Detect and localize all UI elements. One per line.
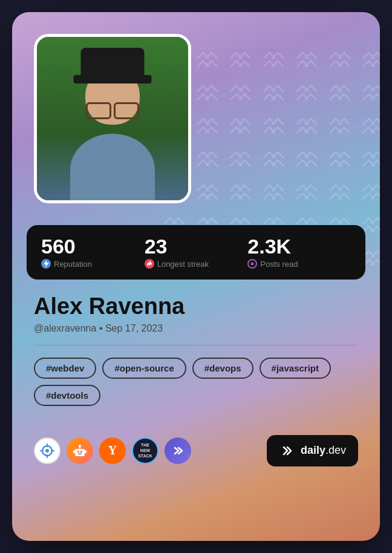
source-icons: Y THENEWSTACK (34, 437, 191, 464)
streak-value: 23 (145, 236, 248, 257)
tag-open-source[interactable]: #open-source (102, 358, 186, 379)
tag-webdev[interactable]: #webdev (34, 358, 96, 379)
source-robot[interactable] (67, 437, 93, 464)
svg-rect-11 (78, 453, 82, 454)
source-crosshair[interactable] (34, 437, 60, 464)
avatar (37, 37, 188, 200)
daily-brand: daily (301, 444, 325, 456)
daily-dev-badge: daily.dev (267, 435, 358, 466)
profile-name: Alex Ravenna (34, 294, 358, 319)
svg-point-13 (79, 445, 81, 447)
reputation-label: Reputation (54, 260, 92, 269)
svg-rect-9 (77, 451, 79, 453)
reputation-icon (41, 259, 51, 269)
svg-point-3 (45, 449, 49, 453)
svg-rect-15 (85, 450, 87, 453)
profile-section: Alex Ravenna @alexravenna • Sep 17, 2023… (12, 280, 380, 435)
profile-meta: @alexravenna • Sep 17, 2023 (34, 323, 358, 334)
svg-rect-14 (73, 450, 75, 453)
source-newstack[interactable]: THENEWSTACK (132, 437, 158, 464)
tag-devtools[interactable]: #devtools (34, 385, 100, 406)
stat-streak: 23 Longest streak (145, 236, 248, 269)
tags-container: #webdev #open-source #devops #javascript… (34, 358, 358, 406)
profile-card: 560 Reputation 23 Longest streak (12, 12, 380, 541)
tag-devops[interactable]: #devops (192, 358, 253, 379)
avatar-glasses (86, 102, 139, 116)
stats-bar: 560 Reputation 23 Longest streak (27, 225, 365, 280)
daily-dev-text: daily.dev (301, 444, 346, 457)
svg-rect-8 (75, 449, 85, 456)
posts-icon (247, 259, 257, 269)
daily-dev-logo-icon (279, 442, 296, 459)
profile-handle: @alexravenna (34, 323, 96, 333)
streak-icon (145, 259, 154, 269)
bottom-row: Y THENEWSTACK daily.dev (12, 435, 380, 466)
avatar-wrapper (34, 34, 191, 203)
meta-separator: • (99, 323, 105, 333)
source-devto[interactable] (165, 437, 191, 464)
posts-label: Posts read (260, 260, 298, 269)
avatar-hat (81, 48, 145, 81)
reputation-value: 560 (41, 236, 145, 257)
stat-posts: 2.3K Posts read (247, 236, 351, 269)
svg-point-1 (251, 263, 254, 266)
avatar-section (12, 12, 380, 218)
profile-divider (34, 345, 358, 345)
stat-reputation: 560 Reputation (41, 236, 145, 269)
daily-suffix: .dev (325, 444, 346, 456)
profile-joined: Sep 17, 2023 (105, 323, 163, 333)
tag-javascript[interactable]: #javascript (260, 358, 331, 379)
streak-label: Longest streak (157, 260, 209, 269)
source-ycombinator[interactable]: Y (99, 437, 126, 464)
posts-value: 2.3K (247, 236, 351, 257)
svg-rect-10 (80, 451, 82, 453)
